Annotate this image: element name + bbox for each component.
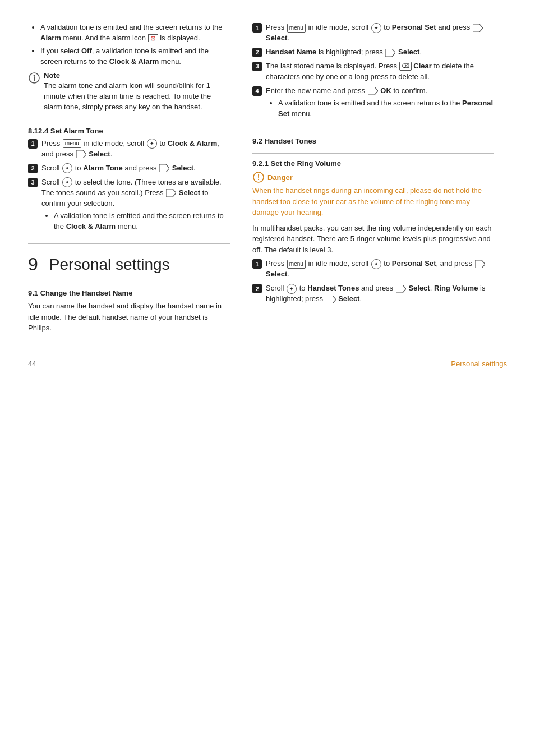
handset-name-heading: 9.1 Change the Handset Name [28,289,230,297]
divider [252,153,494,154]
step-content-1: Press menu in idle mode, scroll ✦ to Clo… [41,139,230,160]
menu-icon: menu [287,260,306,269]
step-content-3: The last stored name is displayed. Press… [266,61,494,82]
clear-icon: ⌫ [399,62,412,71]
note-block: Note The alarm tone and alarm icon will … [28,71,230,113]
divider [252,131,494,131]
menu-icon: menu [287,24,306,33]
bullet-item: A validation tone is emitted and the scr… [278,98,494,119]
step-content-2: Scroll ✦ to Alarm Tone and press Select. [41,163,230,174]
svg-marker-13 [326,296,336,303]
step-content-1: Press menu in idle mode, scroll ✦ to Per… [266,259,494,280]
chapter-heading: 9 Personal settings [28,254,230,275]
chapter-title: Personal settings [49,256,170,274]
step-1: 1 Press menu in idle mode, scroll ✦ to C… [28,139,230,160]
step-num-3: 3 [252,62,262,71]
select-icon-wrap [385,47,395,58]
page: A validation tone is emitted and the scr… [0,17,535,343]
select-icon-wrap [396,283,406,294]
ring-volume-steps: 1 Press menu in idle mode, scroll ✦ to P… [252,259,494,305]
select-icon-wrap [475,259,485,269]
divider [28,121,230,121]
step-content-3: Scroll ✦ to select the tone. (Three tone… [41,177,230,236]
step-num-1: 1 [28,139,38,149]
chapter-number: 9 [28,254,38,275]
select-icon-wrap [326,294,336,305]
danger-icon: ! [252,171,265,183]
divider [28,243,230,244]
bullet-item: If you select Off, a validation tone is … [40,46,230,67]
step-3: 3 The last stored name is displayed. Pre… [252,61,494,82]
divider [28,283,230,283]
right-column: 1 Press menu in idle mode, scroll ✦ to P… [241,17,510,343]
alarm-icon: ⏰ [148,34,158,42]
select-icon-wrap [473,22,483,33]
handset-name-text: You can name the handset and display the… [28,301,230,334]
step-num-1: 1 [252,23,262,33]
svg-text:!: ! [257,173,260,182]
scroll-icon: ✦ [371,259,381,269]
step-num-2: 2 [252,284,262,293]
danger-block: ! Danger When the handset rings during a… [252,171,494,218]
page-number: 44 [28,359,36,368]
step-num-1: 1 [252,259,262,269]
step-content-2: Scroll ✦ to Handset Tones and press Sele… [266,283,494,305]
scroll-icon: ✦ [62,163,72,173]
svg-marker-12 [396,285,406,293]
svg-marker-3 [76,150,86,158]
step-4: 4 Enter the new name and press OK to con… [252,86,494,123]
step4-bullets: A validation tone is emitted and the scr… [266,98,494,119]
svg-marker-4 [159,164,169,172]
svg-marker-11 [475,260,485,268]
page-footer: 44 Personal settings [0,354,535,368]
select-icon-wrap [368,86,378,96]
scroll-icon: ✦ [62,177,72,187]
alarm-tone-steps: 1 Press menu in idle mode, scroll ✦ to C… [28,139,230,236]
step-num-4: 4 [252,86,262,96]
step-2: 2 Scroll ✦ to Alarm Tone and press Selec… [28,163,230,174]
ring-volume-text: In multihandset packs, you can set the r… [252,223,494,256]
alarm-tone-heading: 8.12.4 Set Alarm Tone [28,127,230,135]
scroll-icon: ✦ [147,139,157,149]
select-icon-wrap [159,163,169,174]
step-num-2: 2 [28,164,38,173]
select-icon-wrap [166,188,176,199]
step-2: 2 Scroll ✦ to Handset Tones and press Se… [252,283,494,305]
step-content-2: Handset Name is highlighted; press Selec… [266,47,494,58]
step-1: 1 Press menu in idle mode, scroll ✦ to P… [252,22,494,44]
handset-tones-heading: 9.2 Handset Tones [252,137,316,145]
menu-icon: menu [63,139,81,148]
handset-tones-heading-row: 9.2 Handset Tones [252,137,494,145]
svg-point-2 [34,75,35,76]
bullet-item: A validation tone is emitted and the scr… [40,22,230,44]
note-text: The alarm tone and alarm icon will sound… [44,81,230,113]
footer-section-label: Personal settings [451,359,507,368]
step-1: 1 Press menu in idle mode, scroll ✦ to P… [252,259,494,280]
svg-marker-6 [473,24,483,32]
step3-bullets: A validation tone is emitted and the scr… [41,211,230,232]
select-icon-wrap [76,149,86,160]
step-num-2: 2 [252,48,262,57]
step-2: 2 Handset Name is highlighted; press Sel… [252,47,494,58]
step-content-1: Press menu in idle mode, scroll ✦ to Per… [266,22,494,44]
svg-marker-5 [166,189,176,197]
danger-label: Danger [268,173,293,182]
step-content-4: Enter the new name and press OK to confi… [266,86,494,123]
note-icon [28,72,40,84]
scroll-icon: ✦ [371,23,381,33]
scroll-icon: ✦ [287,284,297,294]
svg-marker-8 [368,87,378,95]
danger-title: ! Danger [252,171,494,183]
step-num-3: 3 [28,178,38,187]
ring-volume-heading: 9.2.1 Set the Ring Volume [252,159,494,168]
danger-text: When the handset rings during an incomin… [252,185,494,218]
svg-marker-7 [385,49,395,57]
left-column: A validation tone is emitted and the scr… [0,17,241,343]
intro-bullets: A validation tone is emitted and the scr… [28,22,230,67]
bullet-item: A validation tone is emitted and the scr… [54,211,230,232]
handset-name-steps: 1 Press menu in idle mode, scroll ✦ to P… [252,22,494,123]
note-label: Note [44,71,230,80]
step-3: 3 Scroll ✦ to select the tone. (Three to… [28,177,230,236]
